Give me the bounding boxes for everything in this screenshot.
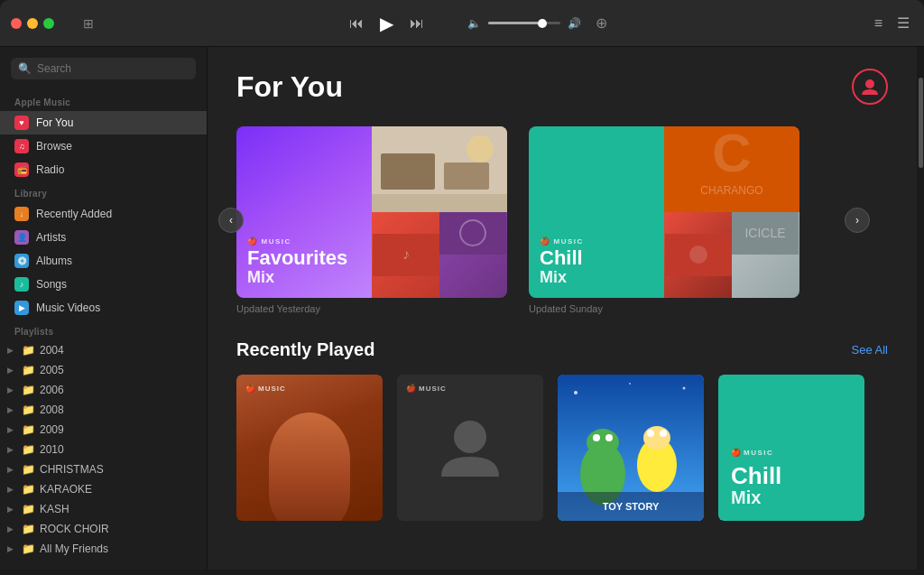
songs-icon: ♪ — [14, 277, 29, 292]
sidebar-item-radio[interactable]: 📻 Radio — [0, 158, 207, 181]
fav-mix-subtitle: Mix — [247, 268, 361, 287]
playlist-item-2006[interactable]: ▶ 📁 2006 — [0, 380, 207, 400]
svg-point-28 — [574, 391, 578, 394]
albums-icon: 💿 — [14, 254, 29, 268]
minimize-button[interactable] — [27, 18, 38, 29]
fav-mix-updated: Updated Yesterday — [236, 303, 507, 314]
traffic-lights — [11, 18, 54, 29]
playlist-item-kash[interactable]: ▶ 📁 KASH — [0, 499, 207, 519]
playlist-item-karaoke[interactable]: ▶ 📁 KARAOKE — [0, 479, 207, 499]
folder-icon-rock-choir: 📁 — [22, 523, 36, 535]
svg-point-23 — [605, 434, 613, 441]
playlist-arrow-2008: ▶ — [7, 405, 18, 414]
fav-mix-tr — [372, 126, 507, 212]
songs-label: Songs — [36, 278, 67, 291]
chill-mix-title: Chill — [540, 248, 653, 268]
chill-mix-card[interactable]: 🍎 MUSIC Chill Mix — [529, 126, 799, 314]
profile-button[interactable] — [852, 69, 888, 105]
rp-card-4[interactable]: 🍎 MUSIC Chill Mix — [718, 375, 864, 521]
favourites-mix-card[interactable]: 🍎 MUSIC Favourites Mix — [236, 126, 507, 314]
rp-chill-subtitle: Mix — [731, 487, 852, 508]
recently-played-row: 🍎MUSIC 🍎MUSIC — [236, 375, 888, 521]
fav-small-2 — [439, 212, 507, 298]
playlist-arrow-karaoke: ▶ — [7, 485, 18, 494]
playlist-name-2009: 2009 — [40, 423, 64, 436]
playlist-name-all-my-friends: All My Friends — [40, 543, 108, 555]
search-icon: 🔍 — [18, 62, 32, 75]
playlist-item-rock-choir[interactable]: ▶ 📁 ROCK CHOIR — [0, 519, 207, 539]
content-scrollbar[interactable] — [917, 47, 924, 570]
lyrics-icon[interactable]: ≡ — [871, 12, 886, 35]
sidebar-toggle[interactable]: ⊞ — [83, 16, 94, 31]
mixes-row: 🍎 MUSIC Favourites Mix — [236, 126, 888, 314]
see-all-link[interactable]: See All — [852, 343, 888, 357]
svg-text:C: C — [712, 126, 751, 183]
svg-rect-2 — [381, 153, 435, 190]
playlist-name-christmas: CHRISTMAS — [40, 463, 104, 476]
fav-small-1: ♪ — [372, 212, 439, 298]
playlist-item-all-my-friends[interactable]: ▶ 📁 All My Friends — [0, 539, 207, 559]
folder-icon-2010: 📁 — [22, 443, 36, 456]
radio-icon: 📻 — [14, 162, 29, 177]
sidebar-item-songs[interactable]: ♪ Songs — [0, 273, 207, 296]
svg-text:CHARANGO: CHARANGO — [700, 184, 762, 197]
svg-rect-3 — [444, 162, 489, 190]
next-mix-button[interactable]: › — [845, 208, 870, 233]
rp-card-2[interactable]: 🍎MUSIC — [397, 375, 543, 521]
rp-card-3[interactable]: TOY STORY — [558, 375, 704, 521]
playlist-item-christmas[interactable]: ▶ 📁 CHRISTMAS — [0, 459, 207, 479]
chill-small-1 — [664, 212, 732, 298]
rp-card-1[interactable]: 🍎MUSIC — [236, 375, 383, 521]
playlist-arrow-2005: ▶ — [7, 366, 18, 375]
chill-mix-main-tile: 🍎 MUSIC Chill Mix — [529, 126, 664, 298]
rp-card-4-art: 🍎 MUSIC Chill Mix — [718, 375, 864, 521]
playlist-arrow-2010: ▶ — [7, 445, 18, 454]
playlist-item-2005[interactable]: ▶ 📁 2005 — [0, 360, 207, 380]
artists-label: Artists — [36, 231, 66, 244]
playlist-arrow-all-my-friends: ▶ — [7, 544, 18, 553]
playlist-item-2009[interactable]: ▶ 📁 2009 — [0, 420, 207, 440]
svg-point-0 — [865, 79, 874, 88]
next-button[interactable]: ⏭ — [402, 12, 431, 35]
recently-added-label: Recently Added — [36, 208, 112, 220]
maximize-button[interactable] — [43, 18, 54, 29]
radio-label: Radio — [36, 163, 64, 176]
fav-mix-main-tile: 🍎 MUSIC Favourites Mix — [236, 126, 372, 298]
search-box[interactable]: 🔍 — [11, 58, 196, 79]
chill-small-2: ICICLE — [732, 212, 799, 298]
sidebar-item-recently-added[interactable]: ↓ Recently Added — [0, 202, 207, 226]
sidebar-item-music-videos[interactable]: ▶ Music Videos — [0, 296, 207, 320]
recently-played-header: Recently Played See All — [236, 339, 888, 360]
playlist-item-2010[interactable]: ▶ 📁 2010 — [0, 440, 207, 459]
titlebar: ⊞ ⏮ ▶ ⏭ 🔈 🔊 ⊕ ≡ ☰ — [0, 0, 924, 47]
playlist-item-2004[interactable]: ▶ 📁 2004 — [0, 340, 207, 360]
sidebar-item-artists[interactable]: 👤 Artists — [0, 226, 207, 249]
browse-icon: ♫ — [14, 139, 29, 153]
folder-icon-2004: 📁 — [22, 344, 36, 357]
sidebar-item-for-you[interactable]: ♥ For You — [0, 111, 207, 134]
playlist-name-karaoke: KARAOKE — [40, 483, 92, 496]
search-input[interactable] — [37, 62, 189, 75]
previous-button[interactable]: ⏮ — [342, 12, 371, 35]
svg-point-14 — [689, 246, 707, 264]
sidebar-item-browse[interactable]: ♫ Browse — [0, 134, 207, 158]
prev-mix-button[interactable]: ‹ — [218, 208, 244, 233]
folder-icon-all-my-friends: 📁 — [22, 543, 36, 555]
recently-added-icon: ↓ — [14, 207, 29, 221]
sidebar-item-albums[interactable]: 💿 Albums — [0, 249, 207, 273]
list-icon[interactable]: ☰ — [893, 11, 913, 35]
fav-mix-title: Favourites — [247, 248, 361, 268]
close-button[interactable] — [11, 18, 22, 29]
content-inner: For You ‹ — [208, 47, 917, 543]
play-button[interactable]: ▶ — [371, 9, 402, 38]
svg-rect-8 — [439, 212, 506, 255]
volume-bar[interactable] — [488, 22, 560, 24]
volume-control[interactable]: 🔈 🔊 — [467, 17, 581, 30]
playlist-item-2008[interactable]: ▶ 📁 2008 — [0, 400, 207, 420]
playlist-arrow-kash: ▶ — [7, 505, 18, 514]
chill-mix-br: ICICLE — [664, 212, 799, 298]
for-you-icon: ♥ — [14, 116, 29, 130]
music-videos-icon: ▶ — [14, 301, 29, 315]
rp-card-3-art: TOY STORY — [558, 375, 704, 521]
browse-label: Browse — [36, 140, 72, 153]
